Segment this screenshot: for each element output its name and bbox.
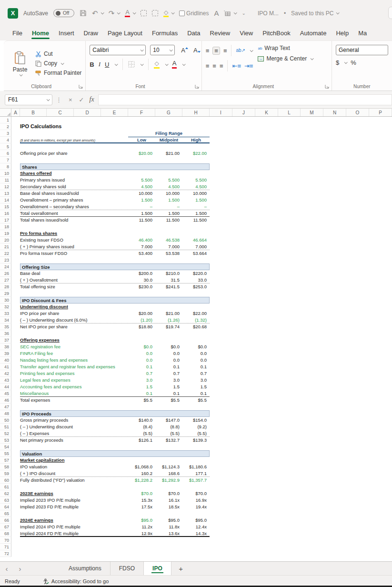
value-cell[interactable]: 0.0 (128, 357, 155, 364)
increase-indent-button[interactable]: ⇥≡ (244, 63, 253, 69)
value-cell[interactable]: 53.538 (155, 250, 182, 257)
row-header-14[interactable]: 14 (0, 197, 11, 203)
value-cell[interactable]: (1.20) (128, 317, 155, 324)
row-label-cell[interactable]: Implied 2023 IPO P/E multiple (20, 497, 80, 504)
row-header-60[interactable]: 60 (0, 477, 11, 484)
saved-status-button[interactable]: Saved to this PC (291, 10, 339, 17)
value-cell[interactable]: 0.1 (128, 390, 155, 397)
number-format-select[interactable]: General (336, 45, 388, 55)
underline-button[interactable]: U (105, 61, 109, 68)
row-header-57[interactable]: 57 (0, 457, 11, 464)
marquee-button[interactable] (141, 10, 147, 16)
row-header-23[interactable]: 23 (0, 257, 11, 263)
row-header-71[interactable]: 71 (0, 544, 11, 550)
fill-color-button[interactable]: ◇ (163, 9, 174, 17)
accounting-dropdown-icon[interactable] (344, 61, 348, 64)
row-header-52[interactable]: 52 (0, 430, 11, 437)
value-cell[interactable]: $1,357.7 (182, 477, 210, 484)
row-header-59[interactable]: 59 (0, 470, 11, 477)
row-label-cell[interactable]: Total expenses (20, 397, 50, 404)
row-label-cell[interactable]: Base deal (20, 270, 40, 277)
undo-dropdown-icon[interactable] (101, 11, 104, 14)
row-label-cell[interactable]: FINRA Filing fee (20, 350, 53, 357)
column-header-A[interactable]: A (11, 109, 20, 116)
column-header-C[interactable]: C (47, 109, 74, 116)
orientation-dropdown-icon[interactable] (250, 49, 253, 52)
value-cell[interactable]: (5.5) (182, 430, 210, 437)
font-color-button[interactable]: A (125, 9, 135, 17)
value-cell[interactable]: 160.2 (128, 470, 155, 477)
font-dialog-launcher-icon[interactable] (195, 84, 199, 89)
orientation-button[interactable]: ab↗ (236, 48, 245, 53)
value-cell[interactable]: $1,124.3 (155, 464, 182, 470)
wrap-text-button[interactable]: ab Wrap Text (258, 45, 313, 51)
row-label-cell[interactable]: Overallotment – primary shares (20, 197, 83, 203)
row-header-27[interactable]: 27 (0, 277, 11, 283)
value-cell[interactable]: 1.5 (128, 384, 155, 390)
value-cell[interactable]: $132.7 (155, 437, 182, 444)
value-cell[interactable]: 7.000 (155, 243, 182, 250)
row-header-28[interactable]: 28 (0, 283, 11, 290)
row-header-39[interactable]: 39 (0, 350, 11, 357)
value-cell[interactable]: 11.500 (182, 217, 210, 223)
row-label-cell[interactable]: Pro forma Issuer FDSO (20, 250, 67, 257)
sheet-tab-assumptions[interactable]: Assumptions (60, 562, 111, 575)
row-header-43[interactable]: 43 (0, 377, 11, 384)
cut-button[interactable]: Cut (35, 51, 81, 57)
fill-color-ribbon-dropdown-icon[interactable] (165, 62, 168, 66)
row-label-cell[interactable]: Underwriting discount (20, 304, 68, 310)
accessibility-status[interactable]: Accessibility: Good to go (43, 578, 109, 585)
value-cell[interactable]: $21.00 (155, 150, 182, 157)
row-header-47[interactable]: 47 (0, 404, 11, 410)
align-top-button[interactable]: ≡ (206, 48, 210, 54)
value-cell[interactable]: $200.0 (128, 270, 155, 277)
prev-sheet-button[interactable]: ‹ (0, 562, 13, 575)
row-header-70[interactable]: 70 (0, 537, 11, 544)
menu-tab-automate[interactable]: Automate (295, 27, 332, 40)
row-header-20[interactable]: 20 (0, 237, 11, 243)
value-cell[interactable]: 177.1 (182, 470, 210, 477)
row-label-cell[interactable]: Implied 2023 FD P/E multiple (20, 504, 79, 510)
sheet-tab-ipo[interactable]: IPO (144, 562, 171, 575)
row-header-24[interactable]: 24 (0, 263, 11, 270)
column-header-E[interactable]: E (101, 109, 128, 116)
value-cell[interactable]: 10.000 (155, 190, 182, 197)
menu-tab-view[interactable]: View (235, 27, 258, 40)
undo-button[interactable]: ↶ (92, 10, 103, 17)
row-header-6[interactable]: 6 (0, 150, 11, 157)
sheet-title-cell[interactable]: IPO Calculations (20, 122, 61, 130)
gridlines-toggle[interactable]: Gridlines (179, 10, 209, 17)
row-header-58[interactable]: 58 (0, 464, 11, 470)
row-header-64[interactable]: 64 (0, 504, 11, 510)
value-cell[interactable]: (1.32) (182, 317, 210, 324)
value-cell[interactable]: 1.500 (182, 210, 210, 217)
row-header-54[interactable]: 54 (0, 444, 11, 450)
section-header-bar[interactable]: Offering Size (20, 263, 210, 270)
value-cell[interactable]: $5.5 (155, 397, 182, 404)
section-header-bar[interactable]: IPO Discount & Fees (20, 297, 210, 304)
value-cell[interactable]: 5.500 (155, 177, 182, 183)
add-sheet-button[interactable]: + (171, 562, 191, 575)
value-cell[interactable]: 0.0 (182, 357, 210, 364)
font-size-select[interactable]: 10 (150, 45, 175, 55)
row-header-34[interactable]: 34 (0, 317, 11, 324)
name-box[interactable]: F61 (5, 94, 52, 105)
decrease-indent-button[interactable]: ⇤≡ (232, 63, 241, 69)
value-cell[interactable]: $1,180.6 (182, 464, 210, 470)
filing-range-header-cell[interactable]: Filing Range (128, 130, 210, 137)
column-header-D[interactable]: D (74, 109, 101, 116)
value-cell[interactable]: (1.26) (155, 317, 182, 324)
row-label-cell[interactable]: Shares offered (20, 170, 52, 177)
value-cell[interactable]: $140.0 (128, 417, 155, 424)
gridlines-checkbox-icon[interactable] (179, 10, 185, 16)
row-header-55[interactable]: 55 (0, 450, 11, 457)
value-cell[interactable]: 0.7 (155, 370, 182, 377)
name-box-dropdown-icon[interactable] (47, 98, 50, 101)
value-cell[interactable]: 0.0 (155, 357, 182, 364)
row-label-cell[interactable]: Secondary shares sold (20, 183, 66, 190)
fill-color-dropdown-icon[interactable] (171, 11, 175, 14)
value-cell[interactable]: 3.0 (155, 377, 182, 384)
merge-center-dropdown-icon[interactable] (311, 57, 314, 60)
value-cell[interactable]: 10.000 (182, 190, 210, 197)
value-cell[interactable]: $241.5 (155, 283, 182, 290)
